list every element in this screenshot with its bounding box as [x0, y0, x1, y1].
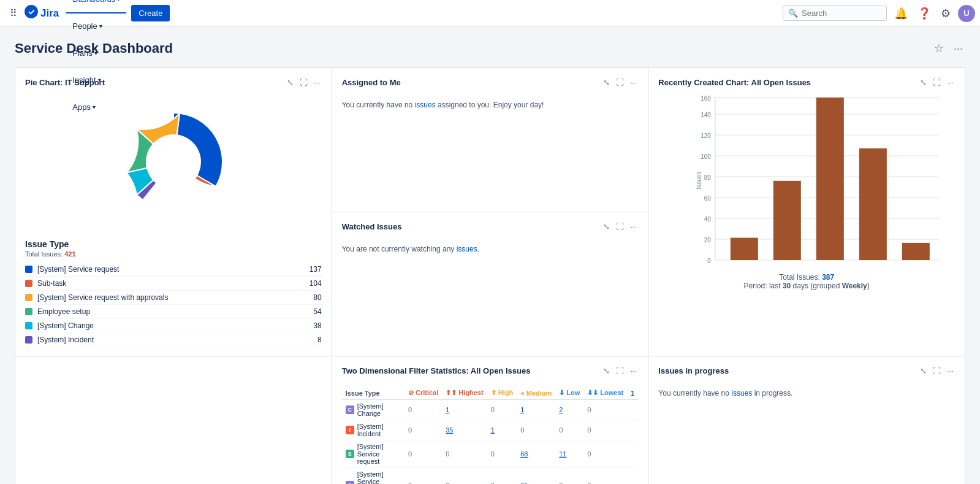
value-link[interactable]: 1 [446, 406, 449, 413]
value-zero: 0 [408, 450, 412, 458]
twodim-expand-button[interactable]: ⤡ [602, 365, 611, 377]
nav-item-plans[interactable]: Plans▾ [66, 40, 126, 67]
value-link[interactable]: 2 [559, 406, 563, 413]
star-button[interactable]: ☆ [932, 39, 946, 58]
pie-fullscreen-button[interactable]: ⛶ [298, 77, 309, 88]
legend-dot [25, 280, 32, 287]
legend-count: 104 [310, 279, 322, 288]
value-link[interactable]: 68 [520, 450, 528, 458]
avatar[interactable]: U [958, 5, 975, 22]
value-link[interactable]: 31 [520, 482, 528, 484]
more-button[interactable]: ··· [951, 39, 965, 58]
pie-expand-button[interactable]: ⤡ [286, 77, 295, 88]
nav-item-apps[interactable]: Apps▾ [66, 94, 126, 121]
grid-icon[interactable]: ⠿ [5, 7, 22, 19]
search-box[interactable]: 🔍 [783, 6, 887, 21]
nav-item-insight[interactable]: Insight▾ [66, 67, 126, 94]
bar-period-line: Period: last 30 days (grouped Weekly) [658, 282, 955, 290]
value-zero: 0 [520, 426, 524, 434]
value-cell: 31 [517, 468, 555, 485]
help-icon[interactable]: ❓ [915, 4, 933, 23]
value-cell: 0 [405, 468, 442, 485]
value-link[interactable]: 35 [446, 426, 453, 434]
assigned-more-button[interactable]: ··· [629, 77, 638, 88]
assigned-issues-link[interactable]: issues [415, 101, 436, 109]
watched-more-button[interactable]: ··· [629, 221, 638, 232]
col-lowest[interactable]: ⬇⬇ Lowest [583, 386, 627, 400]
legend-item: Employee setup 54 [25, 305, 322, 319]
value-zero: 0 [408, 482, 412, 484]
jira-icon [25, 5, 38, 21]
twodim-header: Two Dimensional Filter Statistics: All O… [342, 365, 639, 377]
value-link[interactable]: 1 [491, 426, 495, 434]
legend-item: [System] Service request 137 [25, 263, 322, 277]
progress-issues-link[interactable]: issues [731, 389, 752, 398]
twodim-more-button[interactable]: ··· [629, 365, 638, 377]
col-critical[interactable]: ⊘ Critical [405, 386, 442, 400]
settings-icon[interactable]: ⚙ [938, 4, 953, 23]
col-highest[interactable]: ⬆⬆ Highest [442, 386, 487, 400]
assigned-fullscreen-button[interactable]: ⛶ [615, 77, 625, 88]
page-actions: ☆ ··· [932, 39, 965, 58]
bar-fullscreen-button[interactable]: ⛶ [932, 77, 942, 88]
search-icon: 🔍 [788, 9, 798, 18]
svg-text:100: 100 [701, 153, 711, 160]
bar-3 [816, 98, 844, 260]
progress-fullscreen-button[interactable]: ⛶ [932, 365, 942, 377]
value-zero: 0 [491, 406, 495, 413]
watched-issues-link[interactable]: issues [457, 245, 477, 253]
chevron-insight-icon: ▾ [98, 77, 101, 83]
bar-5 [902, 243, 930, 260]
twodim-fullscreen-button[interactable]: ⛶ [615, 365, 625, 377]
pie-legend-title: Issue Type [25, 239, 322, 249]
value-cell: 0 [405, 440, 442, 468]
search-input[interactable] [802, 9, 875, 18]
topnav: ⠿ Jira Your work▾Projects▾Filters▾Dashbo… [0, 0, 980, 27]
assigned-expand-button[interactable]: ⤡ [602, 77, 611, 88]
watched-fullscreen-button[interactable]: ⛶ [615, 221, 625, 232]
table-row: C[System] Change010120 [342, 400, 639, 420]
watched-title: Watched Issues [342, 222, 402, 231]
watched-header: Watched Issues ⤡ ⛶ ··· [342, 221, 639, 232]
legend-count: 137 [310, 265, 322, 274]
issue-label: [System] Service request with approvals [357, 471, 401, 484]
value-cell [627, 400, 638, 420]
legend-count: 54 [313, 307, 321, 316]
nav-item-dashboards[interactable]: Dashboards▾ [66, 0, 126, 13]
twodim-table-container[interactable]: Issue Type ⊘ Critical ⬆⬆ Highest ⬆ High … [342, 383, 639, 484]
value-cell: 2 [555, 400, 583, 420]
bar-expand-button[interactable]: ⤡ [919, 77, 928, 88]
bar-chart-svg: 0 20 40 60 80 100 120 140 160 [678, 94, 955, 266]
bar-more-button[interactable]: ··· [946, 77, 955, 88]
watched-expand-button[interactable]: ⤡ [602, 221, 611, 232]
value-cell: 68 [517, 440, 555, 468]
value-cell: 0 [583, 468, 627, 485]
value-link[interactable]: 11 [559, 450, 566, 458]
pie-total-value: 421 [64, 250, 75, 258]
legend-count: 38 [313, 321, 321, 330]
col-low[interactable]: ⬇ Low [555, 386, 583, 400]
col-high[interactable]: ⬆ High [487, 386, 517, 400]
progress-expand-button[interactable]: ⤡ [919, 365, 928, 377]
value-zero: 0 [559, 482, 563, 484]
col-medium[interactable]: ≡ Medium [517, 386, 555, 400]
create-button[interactable]: Create [131, 5, 170, 21]
chevron-apps-icon: ▾ [93, 104, 96, 110]
page-header: Service Desk Dashboard ☆ ··· [15, 39, 965, 58]
progress-more-button[interactable]: ··· [946, 365, 955, 377]
progress-title: Issues in progress [658, 366, 729, 375]
value-zero: 0 [491, 482, 495, 484]
pie-more-button[interactable]: ··· [313, 77, 322, 88]
progress-empty: You currently have no issues in progress… [658, 383, 955, 404]
value-link[interactable]: 1 [520, 406, 524, 413]
value-cell: 1 [517, 400, 555, 420]
bar-total-link[interactable]: 387 [822, 273, 834, 282]
logo[interactable]: Jira [25, 5, 59, 21]
twodim-title: Two Dimensional Filter Statistics: All O… [342, 366, 531, 375]
value-cell: 0 [405, 400, 442, 420]
watched-actions: ⤡ ⛶ ··· [602, 221, 638, 232]
nav-item-people[interactable]: People▾ [66, 13, 126, 40]
notifications-icon[interactable]: 🔔 [892, 4, 910, 23]
value-cell: 0 [555, 420, 583, 440]
issues-progress-widget: Issues in progress ⤡ ⛶ ··· You currently… [648, 356, 965, 484]
